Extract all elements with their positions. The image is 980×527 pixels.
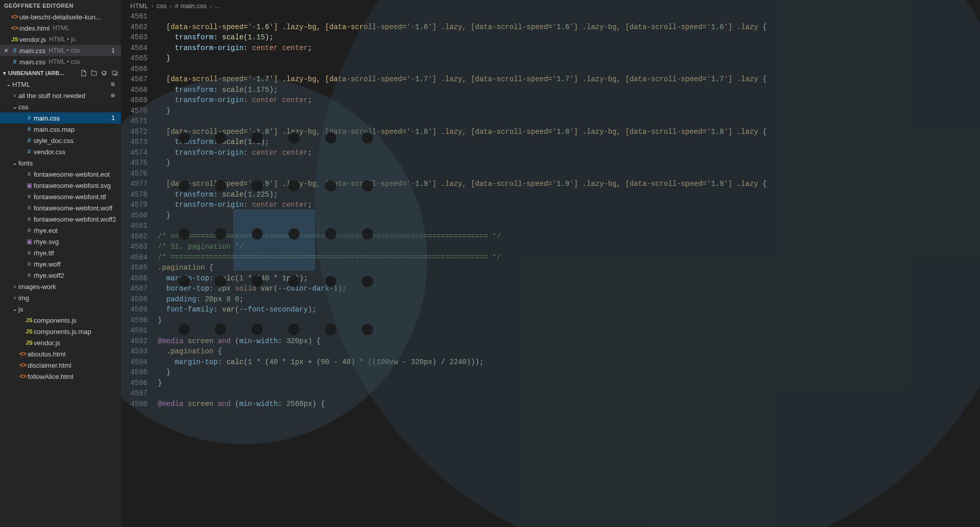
refresh-icon[interactable] — [100, 68, 109, 78]
breadcrumb-item[interactable]: ... — [215, 2, 220, 10]
file-desc: HTML • js — [49, 36, 76, 43]
breadcrumb-item[interactable]: css — [157, 2, 167, 10]
item-label: rhye.eot — [34, 227, 58, 234]
modified-dot-icon — [111, 93, 115, 98]
item-label: vendor.js — [34, 339, 60, 347]
folder-item[interactable]: ⌄css — [0, 101, 121, 112]
file-label: ute-bescht-detailseite-kun... — [19, 13, 101, 21]
item-label: rhye.woff2 — [34, 272, 64, 279]
breadcrumbs[interactable]: HTML › css › # main.css › ... — [121, 0, 980, 11]
file-item[interactable]: ≡rhye.ttf — [0, 247, 121, 258]
file-item[interactable]: ▣fontawesome-webfont.svg — [0, 180, 121, 191]
file-icon: # — [24, 126, 34, 133]
file-icon: # — [24, 137, 34, 144]
chevron-down-icon: ▾ — [1, 70, 8, 77]
file-icon: ▣ — [24, 182, 34, 189]
file-icon: ≡ — [24, 215, 34, 223]
file-item[interactable]: ≡rhye.woff2 — [0, 270, 121, 281]
workspace-name: UNBENANNT (ARB... — [8, 70, 79, 76]
file-item[interactable]: <>followAlice.html — [0, 371, 121, 382]
folder-item[interactable]: ›img — [0, 292, 121, 303]
file-item[interactable]: JSvendor.js — [0, 337, 121, 348]
file-item[interactable]: #main.css1 — [0, 112, 121, 124]
item-label: main.css.map — [34, 126, 75, 133]
file-item[interactable]: #main.css.map — [0, 124, 121, 135]
item-label: fontawesome-webfont.woff — [34, 204, 112, 212]
file-item[interactable]: ▣rhye.svg — [0, 236, 121, 247]
file-icon: # — [24, 114, 34, 122]
chevron-down-icon: ⌄ — [5, 81, 12, 88]
item-label: img — [18, 294, 29, 302]
file-icon: ≡ — [24, 171, 34, 178]
file-label: main.css — [19, 47, 45, 55]
breadcrumb-item[interactable]: HTML — [130, 2, 148, 10]
folder-item[interactable]: ›images-work — [0, 281, 121, 292]
item-label: fontawesome-webfont.ttf — [34, 193, 106, 201]
item-label: rhye.svg — [34, 238, 59, 246]
file-label: main.css — [19, 58, 45, 66]
file-item[interactable]: ≡rhye.woff — [0, 258, 121, 270]
chevron-right-icon: › — [11, 92, 18, 99]
item-label: disclaimer.html — [28, 362, 71, 369]
file-icon: ≡ — [24, 204, 34, 211]
new-folder-icon[interactable] — [89, 68, 99, 78]
item-label: css — [18, 103, 29, 111]
file-desc: HTML • css — [48, 58, 80, 65]
folder-item[interactable]: ⌄fonts — [0, 157, 121, 169]
file-icon: ≡ — [24, 193, 34, 200]
chevron-down-icon: ⌄ — [11, 305, 18, 313]
item-label: fonts — [18, 159, 33, 167]
file-icon: JS — [10, 36, 19, 42]
collapse-all-icon[interactable] — [110, 68, 119, 78]
code-lines[interactable]: [data-scroll-speed='-1.6'] .lazy-bg, [da… — [158, 11, 980, 527]
file-icon: # — [10, 47, 19, 54]
item-label: js — [18, 305, 23, 313]
open-editor-item[interactable]: ×#main.cssHTML • css1 — [0, 45, 121, 56]
file-icon: ≡ — [24, 249, 34, 256]
file-item[interactable]: ≡fontawesome-webfont.ttf — [0, 191, 121, 202]
open-editor-item[interactable]: <>ute-bescht-detailseite-kun... — [0, 11, 121, 22]
item-label: followAlice.html — [28, 373, 74, 380]
item-label: fontawesome-webfont.svg — [34, 182, 111, 189]
file-icon: # — [10, 58, 19, 65]
file-item[interactable]: ≡rhye.eot — [0, 225, 121, 236]
open-editors-header[interactable]: GEÖFFNETE EDITOREN — [0, 0, 121, 11]
file-label: index.html — [19, 25, 50, 32]
line-numbers: 4561456245634564456545664567456845694570… — [121, 11, 158, 527]
file-item[interactable]: JScomponents.js — [0, 315, 121, 326]
file-icon: ≡ — [24, 227, 34, 234]
item-label: components.js — [34, 317, 77, 324]
file-item[interactable]: JScomponents.js.map — [0, 326, 121, 337]
open-editor-item[interactable]: #main.cssHTML • css — [0, 56, 121, 67]
item-label: main.css — [34, 114, 60, 122]
chevron-down-icon: ⌄ — [11, 159, 18, 166]
item-label: images-work — [18, 283, 56, 291]
problems-badge: 1 — [108, 114, 118, 122]
file-item[interactable]: #vendor.css — [0, 146, 121, 157]
folder-item[interactable]: ⌄HTML — [0, 79, 121, 90]
file-item[interactable]: <>disclaimer.html — [0, 360, 121, 371]
breadcrumb-item[interactable]: # main.css — [175, 2, 207, 10]
item-label: fontawesome-webfont.woff2 — [34, 215, 116, 223]
file-icon: ≡ — [24, 260, 34, 268]
problems-badge: 1 — [108, 47, 118, 54]
file-item[interactable]: <>aboutus.html — [0, 348, 121, 360]
code-area[interactable]: 4561456245634564456545664567456845694570… — [121, 11, 980, 527]
file-item[interactable]: ≡fontawesome-webfont.woff — [0, 202, 121, 213]
folder-item[interactable]: ⌄js — [0, 303, 121, 315]
new-file-icon[interactable] — [79, 68, 88, 78]
chevron-right-icon: › — [11, 283, 18, 290]
file-item[interactable]: ≡fontawesome-webfont.eot — [0, 169, 121, 180]
file-icon: <> — [10, 13, 19, 20]
file-icon: <> — [18, 350, 28, 357]
open-editor-item[interactable]: JSvendor.jsHTML • js — [0, 34, 121, 45]
workspace-header[interactable]: ▾ UNBENANNT (ARB... — [0, 67, 121, 79]
file-icon: <> — [18, 373, 28, 380]
item-label: aboutus.html — [28, 350, 65, 358]
file-item[interactable]: #style_doc.css — [0, 135, 121, 146]
file-icon: ▣ — [24, 238, 34, 245]
file-item[interactable]: ≡fontawesome-webfont.woff2 — [0, 213, 121, 225]
folder-item[interactable]: ›all the stuff not needed — [0, 90, 121, 101]
open-editor-item[interactable]: <>index.htmlHTML — [0, 22, 121, 34]
close-icon[interactable]: × — [2, 46, 10, 55]
